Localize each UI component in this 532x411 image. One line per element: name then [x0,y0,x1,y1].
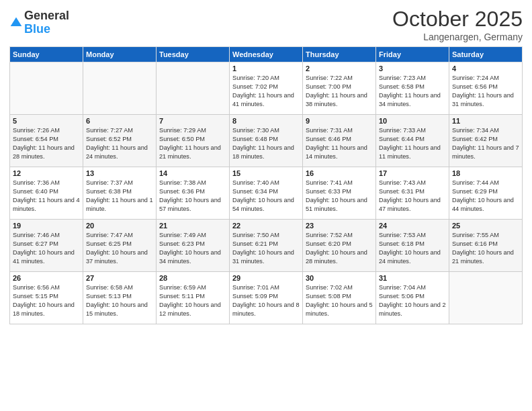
day-info: Sunrise: 7:53 AM Sunset: 6:18 PM Dayligh… [379,231,446,266]
logo-general: General [24,9,69,23]
day-number: 28 [159,274,226,282]
day-number: 24 [379,222,446,230]
calendar-cell: 11Sunrise: 7:34 AM Sunset: 6:42 PM Dayli… [449,115,523,167]
day-header-monday: Monday [83,47,157,62]
header: General Blue October 2025 Langenargen, G… [9,7,523,42]
day-number: 26 [13,274,80,282]
calendar-cell: 24Sunrise: 7:53 AM Sunset: 6:18 PM Dayli… [376,220,449,272]
calendar-cell: 3Sunrise: 7:23 AM Sunset: 6:58 PM Daylig… [376,62,449,115]
calendar-header-row: SundayMondayTuesdayWednesdayThursdayFrid… [10,47,523,62]
day-info: Sunrise: 7:34 AM Sunset: 6:42 PM Dayligh… [452,126,519,161]
day-info: Sunrise: 7:36 AM Sunset: 6:40 PM Dayligh… [13,179,80,214]
day-number: 19 [13,222,80,230]
day-number: 22 [232,222,300,230]
day-info: Sunrise: 7:24 AM Sunset: 6:56 PM Dayligh… [452,74,519,109]
day-info: Sunrise: 7:38 AM Sunset: 6:36 PM Dayligh… [159,179,226,214]
day-number: 13 [86,169,153,177]
calendar-cell: 17Sunrise: 7:43 AM Sunset: 6:31 PM Dayli… [376,167,449,220]
day-number: 15 [232,169,300,177]
calendar-cell: 6Sunrise: 7:27 AM Sunset: 6:52 PM Daylig… [83,115,157,167]
calendar-cell: 8Sunrise: 7:30 AM Sunset: 6:48 PM Daylig… [230,115,303,167]
day-info: Sunrise: 6:59 AM Sunset: 5:11 PM Dayligh… [159,283,226,318]
logo-text: General Blue [24,9,69,36]
day-number: 2 [306,64,373,73]
day-number: 29 [232,274,300,282]
calendar-cell: 5Sunrise: 7:26 AM Sunset: 6:54 PM Daylig… [10,115,83,167]
week-row-2: 5Sunrise: 7:26 AM Sunset: 6:54 PM Daylig… [10,115,523,167]
week-row-5: 26Sunrise: 6:56 AM Sunset: 5:15 PM Dayli… [10,272,523,324]
day-info: Sunrise: 7:49 AM Sunset: 6:23 PM Dayligh… [159,231,226,266]
calendar-cell: 28Sunrise: 6:59 AM Sunset: 5:11 PM Dayli… [157,272,230,324]
day-number: 8 [232,117,300,125]
day-info: Sunrise: 7:43 AM Sunset: 6:31 PM Dayligh… [379,179,446,214]
day-number: 5 [13,117,80,125]
calendar-cell: 13Sunrise: 7:37 AM Sunset: 6:38 PM Dayli… [83,167,157,220]
logo-icon [9,16,23,30]
day-info: Sunrise: 7:04 AM Sunset: 5:06 PM Dayligh… [379,283,446,318]
week-row-3: 12Sunrise: 7:36 AM Sunset: 6:40 PM Dayli… [10,167,523,220]
week-row-4: 19Sunrise: 7:46 AM Sunset: 6:27 PM Dayli… [10,220,523,272]
week-row-1: 1Sunrise: 7:20 AM Sunset: 7:02 PM Daylig… [10,62,523,115]
page: General Blue October 2025 Langenargen, G… [0,0,532,411]
calendar-cell: 2Sunrise: 7:22 AM Sunset: 7:00 PM Daylig… [303,62,376,115]
month-title: October 2025 [392,7,523,32]
day-info: Sunrise: 7:22 AM Sunset: 7:00 PM Dayligh… [306,74,373,109]
calendar-cell: 19Sunrise: 7:46 AM Sunset: 6:27 PM Dayli… [10,220,83,272]
day-header-friday: Friday [376,47,449,62]
day-info: Sunrise: 6:56 AM Sunset: 5:15 PM Dayligh… [13,283,80,318]
calendar-cell: 10Sunrise: 7:33 AM Sunset: 6:44 PM Dayli… [376,115,449,167]
day-info: Sunrise: 7:44 AM Sunset: 6:29 PM Dayligh… [452,179,519,214]
day-number: 30 [306,274,373,282]
svg-marker-0 [11,17,22,26]
day-header-wednesday: Wednesday [230,47,303,62]
day-number: 10 [379,117,446,125]
day-number: 20 [86,222,153,230]
calendar-cell [83,62,157,115]
calendar-cell: 31Sunrise: 7:04 AM Sunset: 5:06 PM Dayli… [376,272,449,324]
day-info: Sunrise: 7:31 AM Sunset: 6:46 PM Dayligh… [306,126,373,161]
day-number: 17 [379,169,446,177]
day-info: Sunrise: 7:33 AM Sunset: 6:44 PM Dayligh… [379,126,446,161]
calendar-cell [157,62,230,115]
day-number: 1 [232,64,300,73]
day-number: 6 [86,117,153,125]
day-info: Sunrise: 7:37 AM Sunset: 6:38 PM Dayligh… [86,179,153,214]
calendar-cell: 23Sunrise: 7:52 AM Sunset: 6:20 PM Dayli… [303,220,376,272]
logo: General Blue [9,9,69,36]
day-header-tuesday: Tuesday [157,47,230,62]
day-number: 3 [379,64,446,73]
calendar-cell: 21Sunrise: 7:49 AM Sunset: 6:23 PM Dayli… [157,220,230,272]
calendar-cell: 12Sunrise: 7:36 AM Sunset: 6:40 PM Dayli… [10,167,83,220]
calendar-cell: 7Sunrise: 7:29 AM Sunset: 6:50 PM Daylig… [157,115,230,167]
day-number: 4 [452,64,519,73]
calendar-cell: 25Sunrise: 7:55 AM Sunset: 6:16 PM Dayli… [449,220,523,272]
day-info: Sunrise: 7:30 AM Sunset: 6:48 PM Dayligh… [232,126,300,161]
day-number: 14 [159,169,226,177]
calendar-cell: 18Sunrise: 7:44 AM Sunset: 6:29 PM Dayli… [449,167,523,220]
calendar-cell: 9Sunrise: 7:31 AM Sunset: 6:46 PM Daylig… [303,115,376,167]
calendar-cell: 4Sunrise: 7:24 AM Sunset: 6:56 PM Daylig… [449,62,523,115]
calendar-cell [10,62,83,115]
day-number: 31 [379,274,446,282]
day-number: 9 [306,117,373,125]
day-info: Sunrise: 7:27 AM Sunset: 6:52 PM Dayligh… [86,126,153,161]
day-info: Sunrise: 7:29 AM Sunset: 6:50 PM Dayligh… [159,126,226,161]
title-block: October 2025 Langenargen, Germany [392,7,523,42]
day-info: Sunrise: 7:47 AM Sunset: 6:25 PM Dayligh… [86,231,153,266]
day-header-thursday: Thursday [303,47,376,62]
day-info: Sunrise: 7:20 AM Sunset: 7:02 PM Dayligh… [232,74,300,109]
day-number: 12 [13,169,80,177]
day-info: Sunrise: 7:55 AM Sunset: 6:16 PM Dayligh… [452,231,519,266]
calendar-cell: 20Sunrise: 7:47 AM Sunset: 6:25 PM Dayli… [83,220,157,272]
calendar-cell: 29Sunrise: 7:01 AM Sunset: 5:09 PM Dayli… [230,272,303,324]
day-info: Sunrise: 7:23 AM Sunset: 6:58 PM Dayligh… [379,74,446,109]
day-number: 18 [452,169,519,177]
day-info: Sunrise: 7:26 AM Sunset: 6:54 PM Dayligh… [13,126,80,161]
calendar-cell: 14Sunrise: 7:38 AM Sunset: 6:36 PM Dayli… [157,167,230,220]
calendar-cell: 30Sunrise: 7:02 AM Sunset: 5:08 PM Dayli… [303,272,376,324]
day-number: 23 [306,222,373,230]
location: Langenargen, Germany [392,32,523,42]
day-number: 27 [86,274,153,282]
calendar-cell [449,272,523,324]
day-header-sunday: Sunday [10,47,83,62]
